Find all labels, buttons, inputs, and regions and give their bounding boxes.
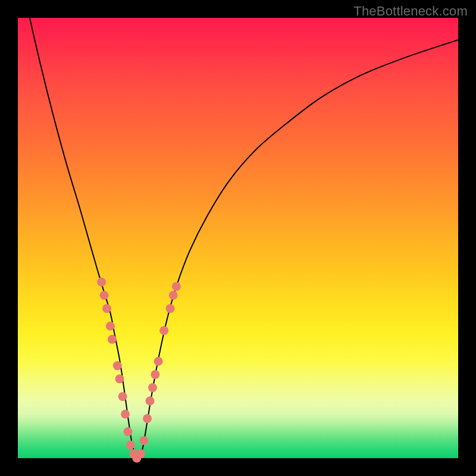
bottleneck-curve <box>27 5 458 460</box>
data-point <box>154 357 163 366</box>
plot-area <box>18 18 458 458</box>
data-point <box>169 291 178 300</box>
data-point <box>126 440 135 449</box>
data-point <box>148 383 157 392</box>
data-point <box>106 322 115 331</box>
data-markers <box>97 278 181 463</box>
chart-frame: TheBottleneck.com <box>0 0 476 476</box>
data-point <box>146 396 155 405</box>
data-point <box>136 449 145 458</box>
data-point <box>108 335 117 344</box>
data-point <box>166 304 175 313</box>
data-point <box>100 291 109 300</box>
data-point <box>97 278 106 287</box>
data-point <box>172 282 181 291</box>
data-point <box>159 326 168 335</box>
chart-svg <box>18 18 458 458</box>
watermark-text: TheBottleneck.com <box>353 4 468 19</box>
data-point <box>151 370 159 379</box>
data-point <box>115 374 124 383</box>
data-point <box>143 414 152 423</box>
data-point <box>121 410 130 419</box>
data-point <box>113 361 122 370</box>
data-point <box>139 436 148 445</box>
data-point <box>124 427 133 436</box>
data-point <box>118 392 127 401</box>
data-point <box>102 304 111 313</box>
